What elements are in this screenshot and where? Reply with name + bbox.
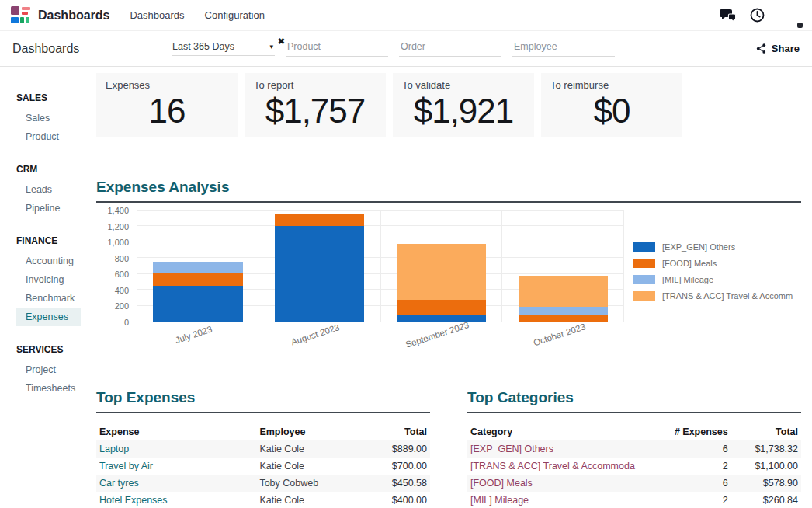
- column-header: Employee: [256, 423, 356, 440]
- kpi-value: $0: [550, 92, 673, 130]
- expenses-analysis-chart: 02004006008001,0001,2001,400 July 2023Au…: [96, 211, 801, 358]
- stacked-bar: [519, 211, 608, 322]
- bar-segment: [397, 244, 486, 300]
- table-cell: [FOOD] Meals: [467, 475, 668, 492]
- legend-label: [EXP_GEN] Others: [662, 242, 735, 252]
- activity-clock-icon[interactable]: [750, 8, 765, 23]
- section-rule: [467, 412, 801, 413]
- table-cell: $578.90: [731, 475, 801, 492]
- employee-filter-input[interactable]: [512, 40, 615, 53]
- sidebar-item-sales[interactable]: Sales: [0, 109, 85, 127]
- stacked-bar: [397, 211, 486, 322]
- chevron-down-icon[interactable]: ▾: [269, 43, 275, 50]
- sidebar-section-title: SERVICES: [0, 341, 85, 358]
- sidebar-item-invoicing[interactable]: Invoicing: [0, 270, 85, 289]
- product-filter-input[interactable]: [286, 40, 388, 53]
- y-tick-label: 0: [124, 318, 129, 327]
- tables-row: Top Expenses ExpenseEmployeeTotalLaptopK…: [96, 389, 801, 508]
- table-cell: $889.00: [356, 440, 430, 458]
- x-tick-slot: October 2023: [502, 322, 624, 358]
- section-title-top-expenses: Top Expenses: [96, 389, 430, 406]
- section-rule: [96, 412, 430, 413]
- date-filter-value[interactable]: Last 365 Days: [172, 41, 234, 52]
- expense-link[interactable]: Laptop: [99, 444, 129, 454]
- table-cell: Toby Cobweb: [256, 475, 356, 492]
- table-header: Category# ExpensesTotal: [467, 423, 801, 440]
- table-cell: $1,100.00: [731, 458, 801, 475]
- x-tick-slot: July 2023: [137, 322, 259, 358]
- table-body: LaptopKatie Cole$889.00Travel by AirKati…: [96, 440, 430, 508]
- section-title-top-categories: Top Categories: [467, 389, 801, 406]
- legend-item[interactable]: [MIL] Mileage: [633, 275, 801, 284]
- expense-link[interactable]: Car tyres: [99, 478, 139, 489]
- bar-segment: [397, 315, 486, 322]
- legend-swatch: [633, 275, 655, 284]
- clear-filter-icon[interactable]: ✖: [278, 37, 285, 47]
- kpi-row: Expenses 16 To report $1,757 To validate…: [96, 73, 801, 137]
- category-link[interactable]: [EXP_GEN] Others: [470, 444, 553, 454]
- category-link[interactable]: [FOOD] Meals: [470, 478, 533, 489]
- bar-segment: [153, 286, 242, 322]
- sidebar-item-expenses[interactable]: Expenses: [16, 308, 81, 326]
- chart-plot-area: [137, 211, 624, 322]
- expenses-analysis-section: Expenses Analysis 02004006008001,0001,20…: [96, 179, 801, 358]
- table-header: ExpenseEmployeeTotal: [96, 423, 430, 440]
- user-avatar[interactable]: [778, 4, 801, 27]
- sidebar-section: CRMLeadsPipeline: [0, 161, 85, 217]
- sidebar-item-timesheets[interactable]: Timesheets: [0, 379, 85, 398]
- section-title-expenses-analysis: Expenses Analysis: [96, 179, 801, 196]
- apps-logo-icon[interactable]: [11, 6, 31, 24]
- legend-item[interactable]: [EXP_GEN] Others: [633, 242, 801, 252]
- sidebar-item-product[interactable]: Product: [0, 127, 85, 146]
- top-expenses-table: ExpenseEmployeeTotalLaptopKatie Cole$889…: [96, 423, 430, 508]
- order-filter-input[interactable]: [399, 40, 501, 53]
- sidebar-item-benchmark[interactable]: Benchmark: [0, 289, 85, 308]
- top-categories-table: Category# ExpensesTotal[EXP_GEN] Others6…: [467, 423, 801, 508]
- avatar-status-dot: [797, 23, 803, 28]
- date-filter[interactable]: Last 365 Days ▾ ✖: [172, 41, 275, 56]
- table-row: [EXP_GEN] Others6$1,738.32: [467, 440, 801, 458]
- sidebar-item-pipeline[interactable]: Pipeline: [0, 199, 85, 217]
- table-cell: $450.58: [356, 475, 430, 492]
- share-button[interactable]: Share: [755, 43, 800, 54]
- table-cell: [EXP_GEN] Others: [467, 440, 668, 458]
- sidebar-section-title: SALES: [0, 89, 85, 106]
- messages-icon[interactable]: [720, 9, 737, 23]
- legend-label: [TRANS & ACC] Travel & Accomm: [662, 291, 793, 301]
- category-link[interactable]: [TRANS & ACC] Travel & Accommoda: [470, 461, 635, 471]
- table-row: [MIL] Mileage2$260.84: [467, 492, 801, 508]
- kpi-card-to-validate: To validate $1,921: [393, 73, 534, 137]
- sidebar-section-title: FINANCE: [0, 232, 85, 249]
- menu-configuration[interactable]: Configuration: [205, 9, 265, 21]
- expense-link[interactable]: Travel by Air: [99, 461, 153, 471]
- chart-category-slot: [502, 211, 624, 322]
- expense-link[interactable]: Hotel Expenses: [99, 495, 168, 506]
- kpi-card-expenses: Expenses 16: [96, 73, 238, 137]
- bar-segment: [275, 226, 364, 322]
- legend-item[interactable]: [FOOD] Meals: [633, 259, 801, 268]
- table-row: LaptopKatie Cole$889.00: [96, 440, 430, 458]
- table-row: Travel by AirKatie Cole$700.00: [96, 458, 430, 475]
- legend-item[interactable]: [TRANS & ACC] Travel & Accomm: [633, 291, 801, 301]
- kpi-label: To report: [254, 79, 377, 91]
- sidebar-item-project[interactable]: Project: [0, 360, 85, 379]
- table-cell: [MIL] Mileage: [467, 492, 668, 508]
- table-cell: Hotel Expenses: [96, 492, 256, 508]
- sidebar-item-accounting[interactable]: Accounting: [0, 252, 85, 270]
- table-cell: Katie Cole: [256, 440, 356, 458]
- legend-label: [FOOD] Meals: [662, 259, 717, 268]
- table-cell: 2: [668, 492, 731, 508]
- menu-dashboards[interactable]: Dashboards: [130, 9, 184, 21]
- chart-category-slot: [137, 211, 259, 322]
- table-cell: $260.84: [731, 492, 801, 508]
- share-icon: [755, 43, 767, 54]
- y-tick-label: 400: [115, 286, 129, 295]
- category-link[interactable]: [MIL] Mileage: [470, 495, 529, 506]
- app-brand-title[interactable]: Dashboards: [38, 9, 109, 23]
- top-categories-section: Top Categories Category# ExpensesTotal[E…: [467, 389, 801, 508]
- top-expenses-section: Top Expenses ExpenseEmployeeTotalLaptopK…: [96, 389, 430, 508]
- kpi-label: To validate: [402, 79, 525, 91]
- table-cell: $400.00: [356, 492, 430, 508]
- stacked-bar: [275, 211, 364, 322]
- sidebar-item-leads[interactable]: Leads: [0, 180, 85, 199]
